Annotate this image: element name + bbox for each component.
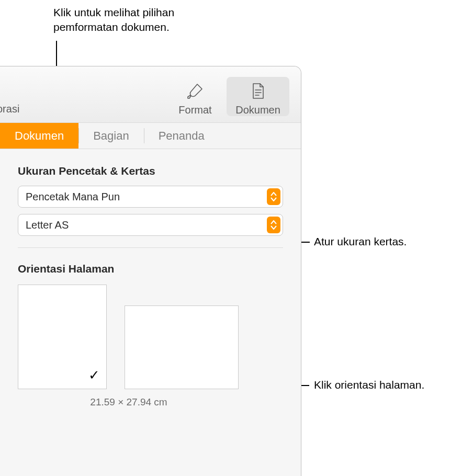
document-icon xyxy=(249,80,267,102)
format-label: Format xyxy=(178,104,211,116)
format-button[interactable]: Format xyxy=(164,77,227,116)
checkmark-icon: ✓ xyxy=(88,367,100,383)
orientation-row: ✓ xyxy=(18,285,283,389)
orientation-landscape[interactable] xyxy=(125,305,239,389)
popup-arrows-icon xyxy=(267,217,280,233)
document-label: Dokumen xyxy=(235,104,280,116)
orientation-portrait[interactable]: ✓ xyxy=(18,285,107,389)
sidebar-content: Ukuran Pencetak & Kertas Pencetak Mana P… xyxy=(0,149,301,408)
document-sidebar-panel: orasi Format xyxy=(0,66,301,476)
section-orientation-title: Orientasi Halaman xyxy=(18,263,283,275)
tab-penanda[interactable]: Penanda xyxy=(144,123,219,149)
paintbrush-icon xyxy=(186,80,204,102)
page-dimensions: 21.59 × 27.94 cm xyxy=(18,396,240,408)
tab-bagian[interactable]: Bagian xyxy=(78,123,144,149)
paper-size-popup[interactable]: Letter AS xyxy=(18,214,283,236)
section-divider xyxy=(18,247,283,248)
toolbar: orasi Format xyxy=(0,66,301,123)
printer-popup-label: Pencetak Mana Pun xyxy=(26,191,267,203)
callout-orientation: Klik orientasi halaman. xyxy=(314,378,424,392)
tabs-row: Dokumen Bagian Penanda xyxy=(0,123,301,149)
callout-top: Klik untuk melihat pilihan pemformatan d… xyxy=(53,5,242,35)
printer-popup[interactable]: Pencetak Mana Pun xyxy=(18,186,283,208)
popup-arrows-icon xyxy=(267,188,280,205)
tab-dokumen[interactable]: Dokumen xyxy=(0,123,78,149)
paper-size-popup-label: Letter AS xyxy=(26,219,267,231)
toolbar-left-label: orasi xyxy=(0,103,19,115)
document-button[interactable]: Dokumen xyxy=(227,77,289,116)
callout-paper: Atur ukuran kertas. xyxy=(314,234,407,249)
toolbar-left-truncated: orasi xyxy=(0,103,164,116)
section-printer-paper-title: Ukuran Pencetak & Kertas xyxy=(18,165,283,177)
